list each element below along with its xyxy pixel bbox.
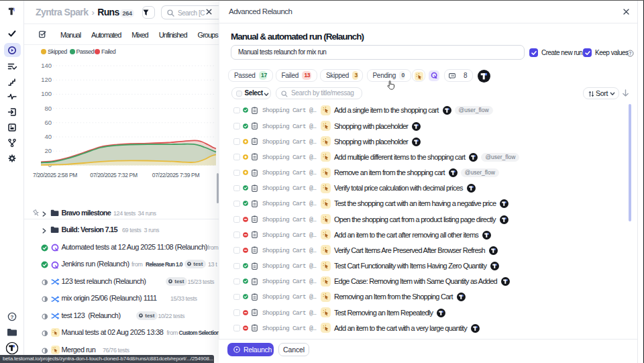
svg-text:?: ? [10, 314, 13, 320]
svg-text:100: 100 [41, 90, 52, 97]
svg-text:?: ? [629, 50, 632, 55]
svg-text:20: 20 [44, 147, 52, 154]
svg-text:40: 40 [44, 133, 52, 140]
svg-text:120: 120 [41, 76, 52, 83]
svg-text:7/20/2025 2:58 PM: 7/20/2025 2:58 PM [33, 172, 77, 178]
svg-text:60: 60 [44, 119, 52, 126]
svg-text:80: 80 [44, 105, 52, 112]
svg-text:140: 140 [41, 62, 52, 69]
svg-text:07/20/2025 7:32 PM: 07/20/2025 7:32 PM [90, 172, 138, 178]
svg-text:07/22/2025 7:39 PM: 07/22/2025 7:39 PM [152, 172, 200, 178]
